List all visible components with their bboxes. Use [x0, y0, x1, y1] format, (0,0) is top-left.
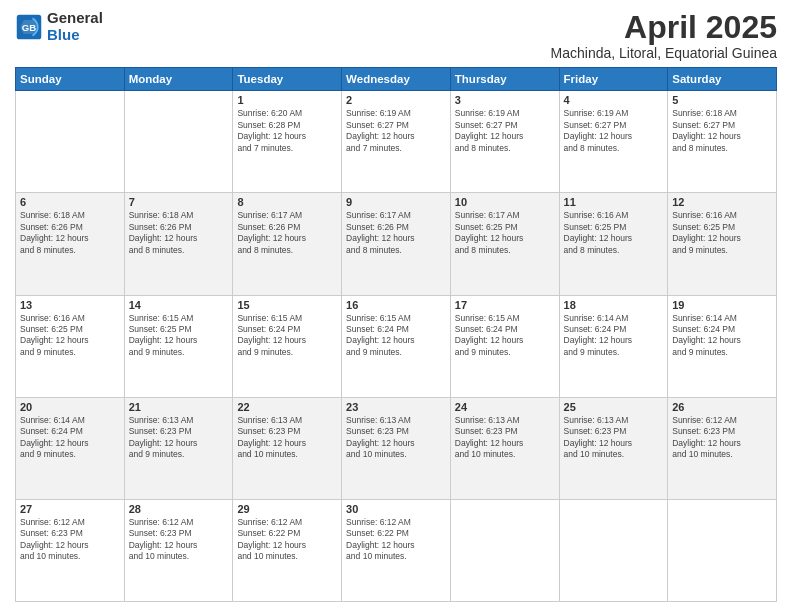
- day-number: 17: [455, 299, 555, 311]
- day-info: Sunrise: 6:19 AM Sunset: 6:27 PM Dayligh…: [455, 108, 555, 154]
- day-info: Sunrise: 6:18 AM Sunset: 6:26 PM Dayligh…: [129, 210, 229, 256]
- day-number: 10: [455, 196, 555, 208]
- calendar-cell: 12Sunrise: 6:16 AM Sunset: 6:25 PM Dayli…: [668, 193, 777, 295]
- day-number: 18: [564, 299, 664, 311]
- month-title: April 2025: [551, 10, 777, 45]
- calendar-cell: 24Sunrise: 6:13 AM Sunset: 6:23 PM Dayli…: [450, 397, 559, 499]
- day-number: 14: [129, 299, 229, 311]
- calendar-day-header: Tuesday: [233, 68, 342, 91]
- logo-line1: General: [47, 10, 103, 27]
- day-info: Sunrise: 6:14 AM Sunset: 6:24 PM Dayligh…: [672, 313, 772, 359]
- calendar-cell: 8Sunrise: 6:17 AM Sunset: 6:26 PM Daylig…: [233, 193, 342, 295]
- day-info: Sunrise: 6:20 AM Sunset: 6:28 PM Dayligh…: [237, 108, 337, 154]
- calendar-cell: 11Sunrise: 6:16 AM Sunset: 6:25 PM Dayli…: [559, 193, 668, 295]
- calendar-cell: [668, 499, 777, 601]
- day-number: 24: [455, 401, 555, 413]
- calendar-cell: [450, 499, 559, 601]
- calendar-cell: 2Sunrise: 6:19 AM Sunset: 6:27 PM Daylig…: [342, 91, 451, 193]
- subtitle: Machinda, Litoral, Equatorial Guinea: [551, 45, 777, 61]
- calendar-week-row: 6Sunrise: 6:18 AM Sunset: 6:26 PM Daylig…: [16, 193, 777, 295]
- calendar-cell: 10Sunrise: 6:17 AM Sunset: 6:25 PM Dayli…: [450, 193, 559, 295]
- calendar-cell: 29Sunrise: 6:12 AM Sunset: 6:22 PM Dayli…: [233, 499, 342, 601]
- logo: GB General Blue: [15, 10, 103, 43]
- day-info: Sunrise: 6:13 AM Sunset: 6:23 PM Dayligh…: [237, 415, 337, 461]
- day-number: 28: [129, 503, 229, 515]
- day-info: Sunrise: 6:12 AM Sunset: 6:23 PM Dayligh…: [129, 517, 229, 563]
- day-info: Sunrise: 6:17 AM Sunset: 6:26 PM Dayligh…: [346, 210, 446, 256]
- day-info: Sunrise: 6:13 AM Sunset: 6:23 PM Dayligh…: [455, 415, 555, 461]
- day-info: Sunrise: 6:17 AM Sunset: 6:26 PM Dayligh…: [237, 210, 337, 256]
- calendar-cell: [124, 91, 233, 193]
- calendar-cell: 27Sunrise: 6:12 AM Sunset: 6:23 PM Dayli…: [16, 499, 125, 601]
- calendar-cell: 3Sunrise: 6:19 AM Sunset: 6:27 PM Daylig…: [450, 91, 559, 193]
- day-info: Sunrise: 6:16 AM Sunset: 6:25 PM Dayligh…: [20, 313, 120, 359]
- day-info: Sunrise: 6:13 AM Sunset: 6:23 PM Dayligh…: [346, 415, 446, 461]
- day-info: Sunrise: 6:13 AM Sunset: 6:23 PM Dayligh…: [129, 415, 229, 461]
- calendar-cell: 19Sunrise: 6:14 AM Sunset: 6:24 PM Dayli…: [668, 295, 777, 397]
- calendar-cell: 6Sunrise: 6:18 AM Sunset: 6:26 PM Daylig…: [16, 193, 125, 295]
- calendar-cell: 1Sunrise: 6:20 AM Sunset: 6:28 PM Daylig…: [233, 91, 342, 193]
- logo-text: General Blue: [47, 10, 103, 43]
- calendar-cell: 7Sunrise: 6:18 AM Sunset: 6:26 PM Daylig…: [124, 193, 233, 295]
- calendar-table: SundayMondayTuesdayWednesdayThursdayFrid…: [15, 67, 777, 602]
- calendar-cell: 16Sunrise: 6:15 AM Sunset: 6:24 PM Dayli…: [342, 295, 451, 397]
- calendar-cell: 21Sunrise: 6:13 AM Sunset: 6:23 PM Dayli…: [124, 397, 233, 499]
- day-info: Sunrise: 6:15 AM Sunset: 6:24 PM Dayligh…: [455, 313, 555, 359]
- day-number: 5: [672, 94, 772, 106]
- day-info: Sunrise: 6:13 AM Sunset: 6:23 PM Dayligh…: [564, 415, 664, 461]
- day-number: 19: [672, 299, 772, 311]
- day-number: 16: [346, 299, 446, 311]
- calendar-cell: 23Sunrise: 6:13 AM Sunset: 6:23 PM Dayli…: [342, 397, 451, 499]
- calendar-week-row: 20Sunrise: 6:14 AM Sunset: 6:24 PM Dayli…: [16, 397, 777, 499]
- calendar-week-row: 27Sunrise: 6:12 AM Sunset: 6:23 PM Dayli…: [16, 499, 777, 601]
- day-number: 26: [672, 401, 772, 413]
- calendar-cell: [16, 91, 125, 193]
- day-number: 1: [237, 94, 337, 106]
- day-info: Sunrise: 6:19 AM Sunset: 6:27 PM Dayligh…: [346, 108, 446, 154]
- calendar-day-header: Thursday: [450, 68, 559, 91]
- calendar-cell: 18Sunrise: 6:14 AM Sunset: 6:24 PM Dayli…: [559, 295, 668, 397]
- day-info: Sunrise: 6:12 AM Sunset: 6:22 PM Dayligh…: [237, 517, 337, 563]
- header: GB General Blue April 2025 Machinda, Lit…: [15, 10, 777, 61]
- calendar-day-header: Sunday: [16, 68, 125, 91]
- calendar-day-header: Friday: [559, 68, 668, 91]
- calendar-cell: 14Sunrise: 6:15 AM Sunset: 6:25 PM Dayli…: [124, 295, 233, 397]
- day-number: 23: [346, 401, 446, 413]
- day-number: 9: [346, 196, 446, 208]
- page: GB General Blue April 2025 Machinda, Lit…: [0, 0, 792, 612]
- day-number: 21: [129, 401, 229, 413]
- calendar-header-row: SundayMondayTuesdayWednesdayThursdayFrid…: [16, 68, 777, 91]
- calendar-cell: 17Sunrise: 6:15 AM Sunset: 6:24 PM Dayli…: [450, 295, 559, 397]
- calendar-cell: 13Sunrise: 6:16 AM Sunset: 6:25 PM Dayli…: [16, 295, 125, 397]
- calendar-day-header: Monday: [124, 68, 233, 91]
- day-number: 25: [564, 401, 664, 413]
- day-number: 4: [564, 94, 664, 106]
- day-info: Sunrise: 6:12 AM Sunset: 6:23 PM Dayligh…: [672, 415, 772, 461]
- day-number: 3: [455, 94, 555, 106]
- day-number: 11: [564, 196, 664, 208]
- calendar-cell: 5Sunrise: 6:18 AM Sunset: 6:27 PM Daylig…: [668, 91, 777, 193]
- day-info: Sunrise: 6:15 AM Sunset: 6:24 PM Dayligh…: [346, 313, 446, 359]
- logo-line2: Blue: [47, 27, 103, 44]
- day-info: Sunrise: 6:18 AM Sunset: 6:27 PM Dayligh…: [672, 108, 772, 154]
- day-number: 8: [237, 196, 337, 208]
- calendar-cell: 9Sunrise: 6:17 AM Sunset: 6:26 PM Daylig…: [342, 193, 451, 295]
- day-number: 30: [346, 503, 446, 515]
- day-number: 7: [129, 196, 229, 208]
- calendar-week-row: 13Sunrise: 6:16 AM Sunset: 6:25 PM Dayli…: [16, 295, 777, 397]
- day-number: 15: [237, 299, 337, 311]
- title-block: April 2025 Machinda, Litoral, Equatorial…: [551, 10, 777, 61]
- day-info: Sunrise: 6:18 AM Sunset: 6:26 PM Dayligh…: [20, 210, 120, 256]
- day-number: 12: [672, 196, 772, 208]
- calendar-cell: 15Sunrise: 6:15 AM Sunset: 6:24 PM Dayli…: [233, 295, 342, 397]
- calendar-day-header: Wednesday: [342, 68, 451, 91]
- day-info: Sunrise: 6:15 AM Sunset: 6:24 PM Dayligh…: [237, 313, 337, 359]
- calendar-cell: [559, 499, 668, 601]
- day-number: 22: [237, 401, 337, 413]
- day-number: 29: [237, 503, 337, 515]
- calendar-cell: 26Sunrise: 6:12 AM Sunset: 6:23 PM Dayli…: [668, 397, 777, 499]
- calendar-cell: 25Sunrise: 6:13 AM Sunset: 6:23 PM Dayli…: [559, 397, 668, 499]
- day-number: 27: [20, 503, 120, 515]
- calendar-cell: 20Sunrise: 6:14 AM Sunset: 6:24 PM Dayli…: [16, 397, 125, 499]
- day-number: 13: [20, 299, 120, 311]
